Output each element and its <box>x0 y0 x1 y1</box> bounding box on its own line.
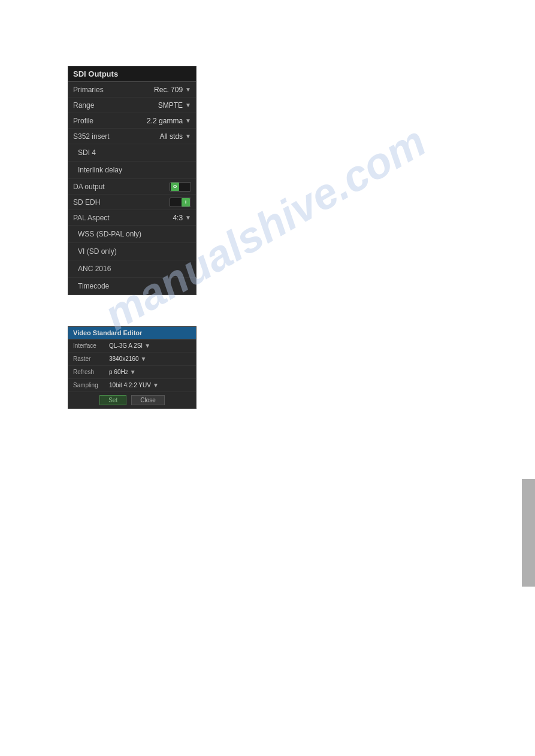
right-sidebar-bar <box>522 479 535 587</box>
vse-set-button[interactable]: Set <box>99 395 126 405</box>
s352-dropdown-arrow[interactable]: ▼ <box>185 133 191 139</box>
sdi-value-profile[interactable]: 2.2 gamma ▼ <box>147 117 191 125</box>
vse-label-interface: Interface <box>73 342 109 349</box>
sdi-label-range: Range <box>73 101 158 110</box>
primaries-dropdown-arrow[interactable]: ▼ <box>185 86 191 93</box>
sdi-value-s352[interactable]: All stds ▼ <box>159 132 191 141</box>
sdi-row-sdi4: SDI 4 <box>68 144 196 162</box>
vse-row-sampling: Sampling 10bit 4:2:2 YUV ▼ <box>68 379 196 392</box>
sdi-row-sd-edh: SD EDH I <box>68 195 196 210</box>
sdi-row-interlink: Interlink delay <box>68 162 196 179</box>
sdi-label-profile: Profile <box>73 117 147 125</box>
sdi-row-range: Range SMPTE ▼ <box>68 98 196 113</box>
vse-panel-header: Video Standard Editor <box>68 327 196 339</box>
vse-panel: Video Standard Editor Interface QL-3G A … <box>68 326 197 409</box>
vse-row-interface: Interface QL-3G A 2SI ▼ <box>68 339 196 353</box>
sdi-outputs-panel: SDI Outputs Primaries Rec. 709 ▼ Range S… <box>68 66 197 295</box>
refresh-dropdown-arrow[interactable]: ▼ <box>130 369 136 375</box>
sdi-label-sd-edh: SD EDH <box>73 198 170 207</box>
sdi-row-da-output: DA output O <box>68 179 196 195</box>
vse-row-refresh: Refresh p 60Hz ▼ <box>68 366 196 379</box>
sdi-row-s352: S352 insert All stds ▼ <box>68 129 196 144</box>
vse-value-refresh[interactable]: p 60Hz ▼ <box>109 369 191 375</box>
da-output-toggle[interactable]: O <box>170 182 191 192</box>
raster-dropdown-arrow[interactable]: ▼ <box>141 356 147 362</box>
sdi-row-primaries: Primaries Rec. 709 ▼ <box>68 82 196 98</box>
sdi-row-vi: VI (SD only) <box>68 243 196 260</box>
vse-close-button[interactable]: Close <box>131 395 165 405</box>
sdi-row-wss: WSS (SD-PAL only) <box>68 226 196 243</box>
sdi-value-range[interactable]: SMPTE ▼ <box>158 101 191 110</box>
sdi-label-da-output: DA output <box>73 183 170 191</box>
da-output-toggle-knob: O <box>171 183 179 191</box>
interface-dropdown-arrow[interactable]: ▼ <box>144 342 150 349</box>
sdi-panel-header: SDI Outputs <box>68 66 196 82</box>
sdi-label-wss: WSS (SD-PAL only) <box>73 227 191 241</box>
vse-label-refresh: Refresh <box>73 369 109 375</box>
sdi-label-sdi4: SDI 4 <box>73 146 191 159</box>
vse-value-raster[interactable]: 3840x2160 ▼ <box>109 356 191 362</box>
sdi-row-profile: Profile 2.2 gamma ▼ <box>68 113 196 129</box>
sdi-label-anc: ANC 2016 <box>73 262 191 275</box>
pal-aspect-dropdown-arrow[interactable]: ▼ <box>185 214 191 221</box>
sdi-label-primaries: Primaries <box>73 86 154 94</box>
range-dropdown-arrow[interactable]: ▼ <box>185 102 191 108</box>
sdi-value-pal-aspect[interactable]: 4:3 ▼ <box>173 214 191 222</box>
sdi-row-pal-aspect: PAL Aspect 4:3 ▼ <box>68 210 196 226</box>
vse-value-sampling[interactable]: 10bit 4:2:2 YUV ▼ <box>109 382 191 388</box>
sdi-row-timecode: Timecode <box>68 278 196 294</box>
sdi-label-s352: S352 insert <box>73 132 159 141</box>
vse-row-raster: Raster 3840x2160 ▼ <box>68 353 196 366</box>
vse-label-raster: Raster <box>73 356 109 362</box>
vse-buttons-row: Set Close <box>68 392 196 408</box>
sdi-label-pal-aspect: PAL Aspect <box>73 214 173 222</box>
profile-dropdown-arrow[interactable]: ▼ <box>185 117 191 124</box>
sd-edh-toggle-knob: I <box>182 198 190 207</box>
sdi-value-primaries[interactable]: Rec. 709 ▼ <box>154 86 191 94</box>
sdi-label-interlink: Interlink delay <box>73 163 191 177</box>
sampling-dropdown-arrow[interactable]: ▼ <box>153 382 159 388</box>
vse-label-sampling: Sampling <box>73 382 109 388</box>
sdi-label-vi: VI (SD only) <box>73 245 191 258</box>
sd-edh-toggle[interactable]: I <box>170 198 191 207</box>
vse-value-interface[interactable]: QL-3G A 2SI ▼ <box>109 342 191 349</box>
sdi-label-timecode: Timecode <box>73 280 191 293</box>
sdi-row-anc: ANC 2016 <box>68 260 196 278</box>
